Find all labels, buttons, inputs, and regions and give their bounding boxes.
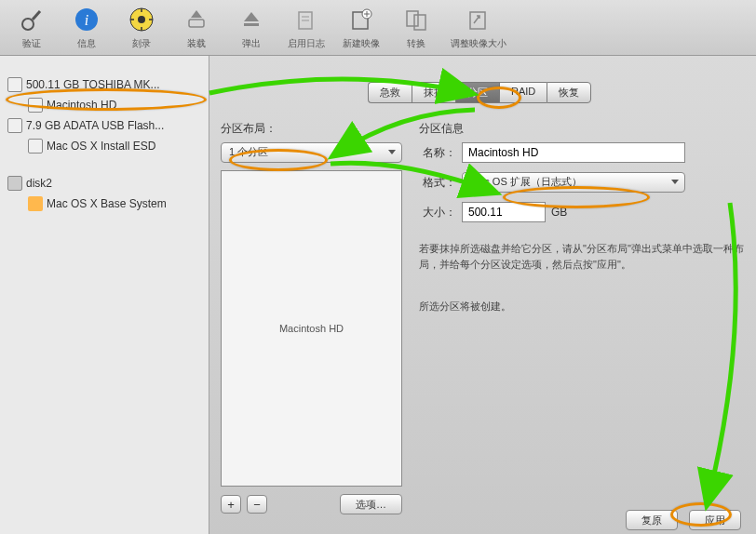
remove-partition-button[interactable]: − — [247, 495, 267, 514]
sidebar-item-label: 7.9 GB ADATA USB Flash... — [26, 119, 164, 132]
resize-icon — [463, 4, 494, 35]
disk-icon — [7, 77, 22, 92]
format-dropdown[interactable]: Mac OS 扩展（日志式） — [462, 172, 685, 193]
content-panel: 急救 抹掉 分区 RAID 恢复 分区布局： 1 个分区 Macintosh H… — [209, 56, 756, 534]
size-unit: GB — [551, 206, 567, 219]
tb-eject[interactable]: 弹出 — [225, 4, 277, 51]
sidebar-item-label: Mac OS X Base System — [47, 197, 167, 210]
status-text: 所选分区将被创建。 — [419, 300, 745, 314]
options-button[interactable]: 选项… — [340, 494, 402, 514]
tb-verify[interactable]: 验证 — [6, 4, 57, 51]
tb-newimage[interactable]: 新建映像 — [335, 4, 386, 51]
tab-first-aid[interactable]: 急救 — [368, 82, 412, 103]
tb-journal[interactable]: 启用日志 — [280, 4, 331, 51]
apply-button[interactable]: 应用 — [689, 510, 741, 530]
newimage-icon — [345, 4, 377, 35]
diskimage-icon — [7, 176, 22, 191]
tab-bar: 急救 抹掉 分区 RAID 恢复 — [368, 82, 591, 103]
sidebar-item-label: Macintosh HD — [47, 99, 116, 112]
partition-label: Macintosh HD — [279, 323, 344, 334]
sidebar-item-label: disk2 — [26, 177, 52, 190]
tab-partition[interactable]: 分区 — [455, 82, 499, 103]
svg-point-5 — [138, 16, 145, 23]
name-input[interactable] — [462, 142, 685, 163]
tb-burn[interactable]: 刻录 — [115, 4, 167, 51]
sidebar-item-label: 500.11 GB TOSHIBA MK... — [26, 78, 160, 91]
sidebar-item-label: Mac OS X Install ESD — [47, 140, 155, 153]
svg-point-0 — [22, 19, 34, 30]
microscope-icon — [16, 4, 47, 35]
add-partition-button[interactable]: + — [221, 495, 241, 514]
sidebar-item-disk2[interactable]: disk2 — [0, 173, 209, 194]
volume-icon — [28, 196, 43, 211]
sidebar-item-base-system[interactable]: Mac OS X Base System — [0, 194, 209, 214]
toolbar: 验证 i 信息 刻录 装载 弹出 启用日志 新建映像 转换 调整映像大小 — [0, 0, 756, 56]
disk-icon — [28, 139, 43, 154]
eject-icon — [236, 4, 267, 35]
layout-title: 分区布局： — [221, 121, 402, 137]
tab-erase[interactable]: 抹掉 — [412, 82, 455, 103]
burn-icon — [126, 4, 157, 35]
partition-canvas[interactable]: Macintosh HD — [221, 170, 402, 487]
size-input[interactable] — [462, 202, 546, 222]
mount-icon — [181, 4, 212, 35]
sidebar-item-macintosh-hd[interactable]: Macintosh HD — [0, 95, 209, 115]
journal-icon — [290, 4, 322, 35]
sidebar-item-install-esd[interactable]: Mac OS X Install ESD — [0, 136, 209, 156]
size-label: 大小： — [419, 205, 456, 220]
help-text: 若要抹掉所选磁盘并给它分区，请从"分区布局"弹出式菜单中选取一种布局，并给每个分… — [419, 241, 745, 272]
svg-line-1 — [33, 11, 40, 20]
svg-rect-19 — [407, 11, 418, 26]
tb-info[interactable]: i 信息 — [61, 4, 112, 51]
svg-rect-21 — [470, 12, 485, 29]
convert-icon — [400, 4, 432, 35]
info-title: 分区信息 — [419, 121, 745, 137]
tb-resize[interactable]: 调整映像大小 — [445, 4, 512, 51]
name-label: 名称： — [419, 145, 456, 161]
format-label: 格式： — [419, 175, 456, 191]
svg-text:i: i — [84, 12, 88, 28]
tab-raid[interactable]: RAID — [499, 82, 547, 103]
disk-icon — [28, 98, 43, 113]
sidebar: 500.11 GB TOSHIBA MK... Macintosh HD 7.9… — [0, 56, 209, 534]
disk-icon — [7, 118, 22, 133]
revert-button[interactable]: 复原 — [626, 510, 678, 530]
info-icon: i — [71, 4, 102, 35]
tab-restore[interactable]: 恢复 — [547, 82, 591, 103]
sidebar-item-disk-toshiba[interactable]: 500.11 GB TOSHIBA MK... — [0, 74, 209, 95]
layout-dropdown[interactable]: 1 个分区 — [221, 142, 402, 163]
svg-rect-20 — [414, 15, 425, 30]
tb-mount[interactable]: 装载 — [170, 4, 222, 51]
tb-convert[interactable]: 转换 — [390, 4, 441, 51]
svg-rect-10 — [189, 20, 204, 27]
sidebar-item-usb-flash[interactable]: 7.9 GB ADATA USB Flash... — [0, 115, 209, 136]
svg-rect-11 — [244, 23, 259, 26]
